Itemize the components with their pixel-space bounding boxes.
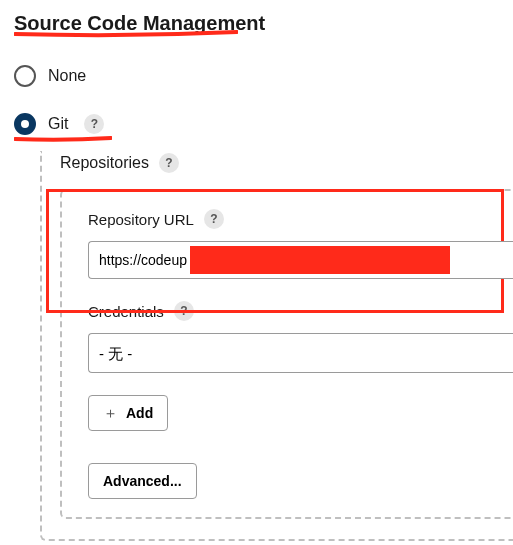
credentials-select[interactable]: - 无 - [88, 333, 513, 373]
help-icon[interactable]: ? [174, 301, 194, 321]
add-credentials-button[interactable]: ＋ Add [88, 395, 168, 431]
credentials-label: Credentials [88, 303, 164, 320]
scm-option-none[interactable]: None [14, 65, 513, 87]
help-icon[interactable]: ? [204, 209, 224, 229]
repo-url-label: Repository URL [88, 211, 194, 228]
help-icon[interactable]: ? [159, 153, 179, 173]
advanced-button[interactable]: Advanced... [88, 463, 197, 499]
annotation-underline [14, 30, 238, 38]
help-icon[interactable]: ? [84, 114, 104, 134]
plus-icon: ＋ [103, 404, 118, 423]
annotation-underline [14, 136, 112, 142]
add-button-label: Add [126, 405, 153, 421]
radio-icon [14, 113, 36, 135]
scm-option-label: Git [48, 115, 68, 133]
advanced-button-label: Advanced... [103, 473, 182, 489]
scm-option-label: None [48, 67, 86, 85]
repositories-label: Repositories [60, 154, 149, 172]
repository-box: Repository URL ? Credentials ? - 无 - ＋ A… [60, 189, 513, 519]
git-config-block: Repositories ? Repository URL ? Credenti… [40, 151, 513, 541]
scm-option-git[interactable]: Git ? [14, 113, 513, 135]
radio-icon [14, 65, 36, 87]
repo-url-input[interactable] [88, 241, 513, 279]
